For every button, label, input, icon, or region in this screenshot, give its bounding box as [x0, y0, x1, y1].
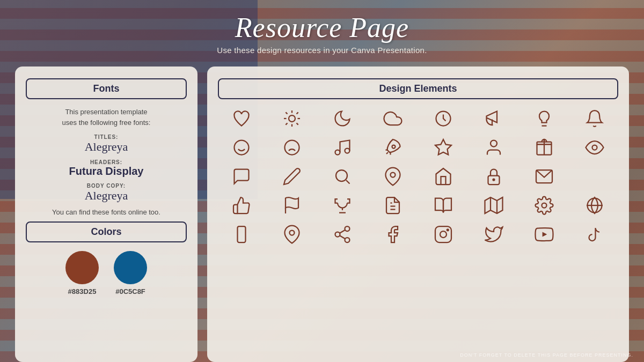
- gear-icon: [521, 194, 568, 217]
- rocket-icon: [369, 136, 416, 159]
- svg-point-25: [336, 170, 347, 181]
- cards-row: Fonts This presentation templateuses the…: [0, 67, 644, 362]
- svg-point-46: [335, 232, 340, 237]
- moon-icon: [319, 107, 366, 130]
- pin-icon: [369, 165, 416, 188]
- svg-point-29: [493, 179, 495, 181]
- svg-point-19: [392, 145, 396, 149]
- svg-marker-53: [543, 232, 547, 237]
- thumbsup-icon: [218, 194, 265, 217]
- svg-rect-50: [435, 226, 451, 242]
- design-elements-header: Design Elements: [218, 78, 618, 99]
- fonts-description: This presentation templateuses the follo…: [26, 107, 187, 128]
- book-icon: [420, 194, 467, 217]
- svg-line-49: [340, 230, 345, 233]
- svg-line-8: [296, 112, 298, 114]
- mail-icon: [521, 165, 568, 188]
- music-icon: [319, 136, 366, 159]
- svg-point-11: [235, 141, 249, 155]
- color-swatches: #883D25 #0C5C8F: [26, 251, 187, 295]
- svg-point-51: [440, 231, 447, 238]
- svg-point-44: [290, 231, 295, 235]
- page-title: Resource Page: [217, 12, 427, 43]
- color-swatch-red: #883D25: [65, 251, 99, 295]
- placeholder-icon3: [571, 165, 618, 188]
- person-icon: [470, 136, 517, 159]
- heart-icon: [218, 107, 265, 130]
- svg-point-14: [285, 141, 299, 155]
- house-icon: [420, 165, 467, 188]
- svg-point-27: [391, 173, 396, 178]
- phone-icon: [218, 223, 265, 246]
- svg-line-26: [346, 180, 350, 184]
- twitter-icon: [470, 223, 517, 246]
- page-content: Resource Page Use these design resources…: [0, 0, 644, 362]
- sun-icon: [268, 107, 316, 130]
- bell-icon: [571, 107, 618, 130]
- map-icon: [470, 194, 517, 217]
- document-icon: [369, 194, 416, 217]
- footer-note: DON'T FORGET TO DELETE THIS PAGE BEFORE …: [460, 352, 633, 358]
- lock-icon: [470, 165, 517, 188]
- svg-point-0: [289, 115, 295, 122]
- smiley-icon: [218, 136, 265, 159]
- svg-point-18: [345, 149, 350, 153]
- svg-point-39: [542, 203, 547, 208]
- colors-section: Colors #883D25 #0C5C8F: [26, 221, 187, 295]
- facebook-icon: [369, 223, 416, 246]
- headers-font-name: Futura Display: [26, 165, 187, 178]
- svg-line-7: [286, 123, 287, 124]
- font-entry-titles: TITLES: Alegreya: [26, 134, 187, 154]
- titles-font-name: Alegreya: [26, 140, 187, 154]
- svg-line-48: [340, 235, 345, 239]
- globe-icon: [571, 194, 618, 217]
- flag-icon: [268, 194, 316, 217]
- color-circle-blue: [114, 251, 147, 284]
- color-swatch-blue: #0C5C8F: [114, 251, 147, 295]
- svg-point-47: [345, 238, 350, 242]
- svg-point-45: [345, 226, 350, 231]
- tiktok-icon: [571, 223, 618, 246]
- svg-marker-36: [485, 197, 503, 213]
- chat-icon: [218, 165, 265, 188]
- location-icon: [268, 223, 316, 246]
- eye-icon: [571, 136, 618, 159]
- icons-grid: [218, 107, 618, 246]
- color-hex-blue: #0C5C8F: [115, 287, 145, 295]
- pencil-icon: [268, 165, 316, 188]
- font-entry-body: BODY COPY: Alegreya: [26, 183, 187, 203]
- star-icon: [420, 136, 467, 159]
- fonts-section-header: Fonts: [26, 78, 187, 99]
- color-hex-red: #883D25: [68, 287, 97, 295]
- body-label: BODY COPY:: [26, 183, 187, 189]
- svg-point-21: [491, 141, 497, 147]
- clock-icon: [420, 107, 467, 130]
- titles-label: TITLES:: [26, 134, 187, 140]
- instagram-icon: [420, 223, 467, 246]
- color-circle-red: [65, 251, 99, 284]
- youtube-icon: [521, 223, 568, 246]
- font-find-text: You can find these fonts online too.: [26, 208, 187, 216]
- font-entry-headers: HEADERS: Futura Display: [26, 159, 187, 178]
- svg-point-52: [447, 229, 449, 231]
- colors-section-header: Colors: [26, 221, 187, 242]
- svg-point-17: [335, 150, 340, 155]
- right-card: Design Elements: [207, 67, 629, 362]
- sad-icon: [268, 136, 316, 159]
- gift-icon: [521, 136, 568, 159]
- svg-line-4: [296, 123, 298, 124]
- search-icon: [319, 165, 366, 188]
- lightbulb-icon: [521, 107, 568, 130]
- svg-line-3: [286, 112, 287, 114]
- headers-label: HEADERS:: [26, 159, 187, 165]
- share-icon: [319, 223, 366, 246]
- page-header: Resource Page Use these design resources…: [217, 0, 427, 60]
- megaphone-icon: [470, 107, 517, 130]
- svg-marker-20: [435, 139, 451, 155]
- cloud-icon: [369, 107, 416, 130]
- svg-point-24: [592, 145, 597, 150]
- trophy-icon: [319, 194, 366, 217]
- left-card: Fonts This presentation templateuses the…: [15, 67, 197, 362]
- page-subtitle: Use these design resources in your Canva…: [217, 46, 427, 55]
- body-font-name: Alegreya: [26, 189, 187, 203]
